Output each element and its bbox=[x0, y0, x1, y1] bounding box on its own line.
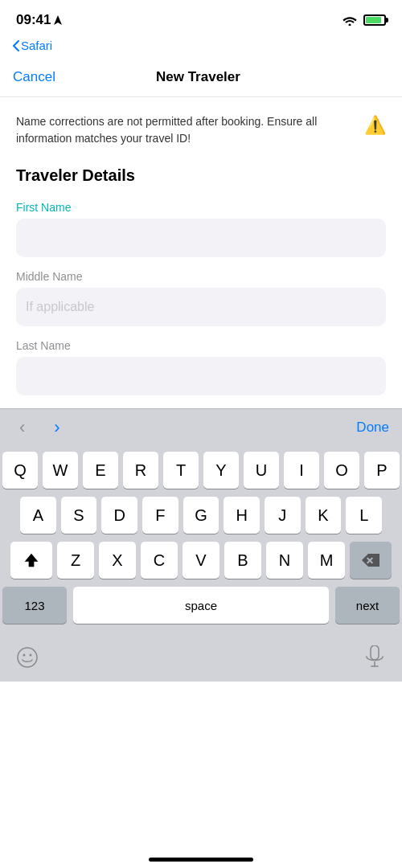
keyboard-row-3: Z X C V B N M bbox=[2, 542, 400, 579]
middle-name-input[interactable] bbox=[16, 288, 386, 326]
next-key[interactable]: next bbox=[335, 587, 400, 624]
section-title: Traveler Details bbox=[16, 166, 386, 185]
toolbar-nav: ‹ › bbox=[13, 414, 67, 441]
status-time: 09:41 bbox=[16, 12, 62, 28]
emoji-icon bbox=[16, 646, 39, 669]
key-r[interactable]: R bbox=[123, 452, 158, 489]
status-bar: 09:41 bbox=[0, 0, 402, 35]
location-arrow-icon bbox=[54, 15, 62, 25]
safari-back-nav[interactable]: Safari bbox=[0, 35, 402, 57]
key-j[interactable]: J bbox=[265, 497, 301, 534]
key-h[interactable]: H bbox=[224, 497, 260, 534]
last-name-input[interactable] bbox=[16, 357, 386, 395]
first-name-input[interactable] bbox=[16, 219, 386, 257]
shift-key[interactable] bbox=[10, 542, 52, 579]
warning-icon: ⚠️ bbox=[364, 115, 386, 136]
mic-button[interactable] bbox=[357, 640, 392, 675]
emoji-button[interactable] bbox=[10, 640, 45, 675]
key-u[interactable]: U bbox=[244, 452, 279, 489]
key-p[interactable]: P bbox=[364, 452, 400, 489]
keyboard-bottom-row bbox=[0, 635, 402, 682]
key-k[interactable]: K bbox=[306, 497, 342, 534]
first-name-label: First Name bbox=[16, 201, 386, 214]
key-s[interactable]: S bbox=[61, 497, 97, 534]
keyboard-toolbar: ‹ › Done bbox=[0, 408, 402, 445]
key-v[interactable]: V bbox=[183, 542, 219, 579]
first-name-group: First Name bbox=[16, 201, 386, 257]
svg-marker-0 bbox=[54, 15, 62, 25]
nav-bar: Cancel New Traveler bbox=[0, 57, 402, 97]
key-q[interactable]: Q bbox=[2, 452, 38, 489]
key-e[interactable]: E bbox=[83, 452, 118, 489]
warning-box: Name corrections are not permitted after… bbox=[16, 113, 386, 147]
backspace-key[interactable] bbox=[350, 542, 392, 579]
back-chevron-icon bbox=[13, 40, 19, 51]
battery-icon bbox=[363, 14, 386, 26]
key-w[interactable]: W bbox=[43, 452, 78, 489]
middle-name-label: Middle Name bbox=[16, 270, 386, 283]
key-g[interactable]: G bbox=[183, 497, 219, 534]
safari-back-label: Safari bbox=[21, 39, 52, 52]
last-name-label: Last Name bbox=[16, 339, 386, 352]
key-l[interactable]: L bbox=[346, 497, 382, 534]
svg-point-1 bbox=[349, 24, 351, 27]
svg-point-2 bbox=[18, 648, 37, 667]
keyboard-row-1: Q W E R T Y U I O P bbox=[2, 452, 400, 489]
numbers-key[interactable]: 123 bbox=[2, 587, 67, 624]
key-c[interactable]: C bbox=[141, 542, 178, 579]
key-m[interactable]: M bbox=[308, 542, 345, 579]
cancel-button[interactable]: Cancel bbox=[13, 69, 55, 85]
last-name-group: Last Name bbox=[16, 339, 386, 395]
key-o[interactable]: O bbox=[324, 452, 359, 489]
home-indicator bbox=[149, 858, 253, 862]
key-n[interactable]: N bbox=[266, 542, 303, 579]
key-f[interactable]: F bbox=[142, 497, 178, 534]
time-display: 09:41 bbox=[16, 12, 51, 28]
shift-icon bbox=[23, 552, 39, 568]
mic-icon bbox=[365, 645, 384, 669]
next-field-button[interactable]: › bbox=[47, 414, 66, 441]
done-button[interactable]: Done bbox=[356, 420, 389, 436]
keyboard: Q W E R T Y U I O P A S D F G H J K L Z … bbox=[0, 445, 402, 635]
svg-rect-5 bbox=[371, 645, 379, 660]
key-a[interactable]: A bbox=[20, 497, 56, 534]
key-i[interactable]: I bbox=[284, 452, 319, 489]
page-title: New Traveler bbox=[156, 69, 240, 85]
key-x[interactable]: X bbox=[99, 542, 136, 579]
key-d[interactable]: D bbox=[101, 497, 137, 534]
space-key[interactable]: space bbox=[73, 587, 329, 624]
status-icons bbox=[343, 14, 386, 26]
backspace-icon bbox=[362, 554, 379, 567]
key-z[interactable]: Z bbox=[57, 542, 94, 579]
key-t[interactable]: T bbox=[163, 452, 199, 489]
form-content: Name corrections are not permitted after… bbox=[0, 97, 402, 395]
key-b[interactable]: B bbox=[224, 542, 261, 579]
key-y[interactable]: Y bbox=[203, 452, 239, 489]
keyboard-row-2: A S D F G H J K L bbox=[2, 497, 400, 534]
middle-name-group: Middle Name bbox=[16, 270, 386, 326]
svg-point-4 bbox=[30, 654, 32, 657]
keyboard-row-4: 123 space next bbox=[2, 587, 400, 624]
prev-field-button[interactable]: ‹ bbox=[13, 414, 31, 441]
svg-point-3 bbox=[23, 654, 26, 657]
warning-text: Name corrections are not permitted after… bbox=[16, 113, 355, 147]
wifi-icon bbox=[343, 14, 357, 26]
